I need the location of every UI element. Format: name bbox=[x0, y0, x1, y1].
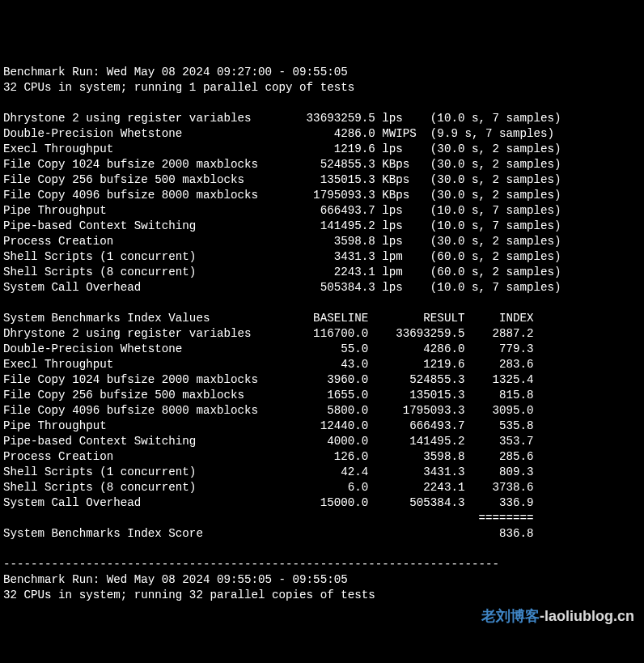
output-line: Shell Scripts (1 concurrent) 42.4 3431.3… bbox=[3, 465, 641, 480]
output-line: Pipe Throughput 666493.7 lps (10.0 s, 7 … bbox=[3, 203, 641, 219]
output-line bbox=[3, 649, 641, 663]
output-line: Shell Scripts (8 concurrent) 6.0 2243.1 … bbox=[3, 480, 641, 495]
output-line: File Copy 4096 bufsize 8000 maxblocks 17… bbox=[3, 188, 641, 203]
output-line: Dhrystone 2 using register variables 116… bbox=[3, 326, 641, 342]
output-line: File Copy 256 bufsize 500 maxblocks 1655… bbox=[3, 388, 641, 403]
output-line: Benchmark Run: Wed May 08 2024 09:55:05 … bbox=[3, 572, 641, 588]
output-line: System Benchmarks Index Score 836.8 bbox=[3, 526, 641, 542]
output-line: File Copy 4096 bufsize 8000 maxblocks 58… bbox=[3, 403, 641, 419]
output-line: File Copy 256 bufsize 500 maxblocks 1350… bbox=[3, 172, 641, 188]
output-line: Benchmark Run: Wed May 08 2024 09:27:00 … bbox=[3, 65, 641, 80]
output-line: Process Creation 3598.8 lps (30.0 s, 2 s… bbox=[3, 234, 641, 249]
output-line: System Benchmarks Index Values BASELINE … bbox=[3, 311, 641, 326]
output-line: Execl Throughput 43.0 1219.6 283.6 bbox=[3, 357, 641, 372]
output-line: 32 CPUs in system; running 1 parallel co… bbox=[3, 80, 641, 96]
output-line: System Call Overhead 505384.3 lps (10.0 … bbox=[3, 280, 641, 295]
output-line: Process Creation 126.0 3598.8 285.6 bbox=[3, 449, 641, 465]
output-line: Pipe-based Context Switching 141495.2 lp… bbox=[3, 219, 641, 234]
output-line bbox=[3, 96, 641, 111]
watermark: 老刘博客-laoliublog.cn bbox=[481, 609, 634, 624]
output-line: Execl Throughput 1219.6 lps (30.0 s, 2 s… bbox=[3, 142, 641, 157]
output-line: File Copy 1024 bufsize 2000 maxblocks 39… bbox=[3, 372, 641, 388]
output-line: Double-Precision Whetstone 4286.0 MWIPS … bbox=[3, 126, 641, 142]
output-line: Shell Scripts (8 concurrent) 2243.1 lpm … bbox=[3, 265, 641, 280]
output-line bbox=[3, 295, 641, 311]
watermark-label: 老刘博客 bbox=[481, 608, 540, 624]
output-line: Shell Scripts (1 concurrent) 3431.3 lpm … bbox=[3, 249, 641, 265]
terminal-output: Benchmark Run: Wed May 08 2024 09:27:00 … bbox=[3, 65, 641, 663]
output-line bbox=[3, 542, 641, 557]
output-line: File Copy 1024 bufsize 2000 maxblocks 52… bbox=[3, 157, 641, 172]
watermark-url: -laoliublog.cn bbox=[540, 608, 634, 624]
output-line: System Call Overhead 15000.0 505384.3 33… bbox=[3, 495, 641, 511]
output-line: ----------------------------------------… bbox=[3, 557, 641, 572]
output-line: ======== bbox=[3, 511, 641, 526]
output-line: Dhrystone 2 using register variables 336… bbox=[3, 111, 641, 126]
output-line bbox=[3, 634, 641, 649]
output-line: Pipe-based Context Switching 4000.0 1414… bbox=[3, 434, 641, 449]
output-line: Double-Precision Whetstone 55.0 4286.0 7… bbox=[3, 342, 641, 357]
output-line: Pipe Throughput 12440.0 666493.7 535.8 bbox=[3, 419, 641, 434]
output-line: 32 CPUs in system; running 32 parallel c… bbox=[3, 588, 641, 603]
